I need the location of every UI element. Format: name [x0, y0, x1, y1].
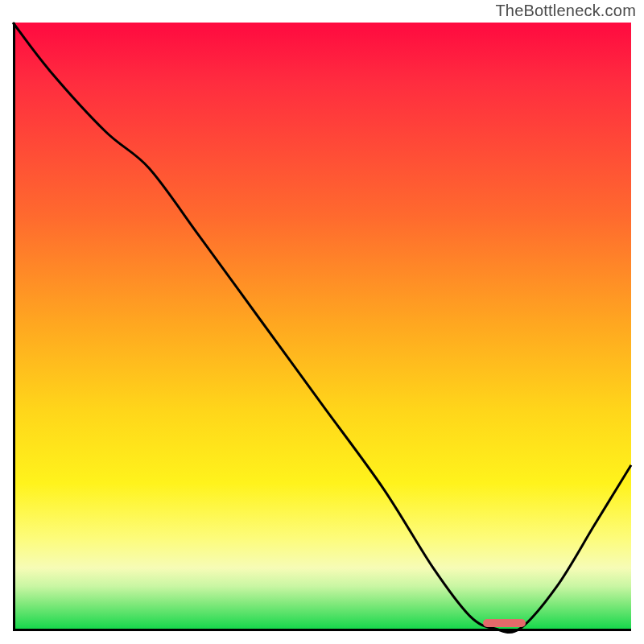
bottleneck-curve-path: [13, 23, 631, 633]
watermark-text: TheBottleneck.com: [495, 2, 636, 20]
chart-plot-area: [13, 23, 631, 631]
optimal-range-marker: [483, 619, 526, 627]
chart-curve: [13, 23, 631, 631]
